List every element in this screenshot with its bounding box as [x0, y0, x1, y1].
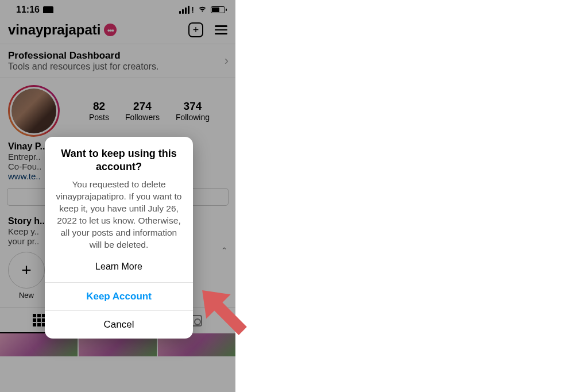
cancel-button[interactable]: Cancel: [45, 310, 193, 339]
dialog-title: Want to keep using this account?: [55, 147, 183, 173]
keep-account-dialog: Want to keep using this account? You req…: [45, 137, 193, 339]
dialog-message: You requested to delete vinayprajapatipr…: [55, 179, 183, 251]
keep-account-button[interactable]: Keep Account: [45, 282, 193, 310]
annotation-arrow-icon: [181, 278, 268, 349]
learn-more-link[interactable]: Learn More: [55, 259, 183, 274]
